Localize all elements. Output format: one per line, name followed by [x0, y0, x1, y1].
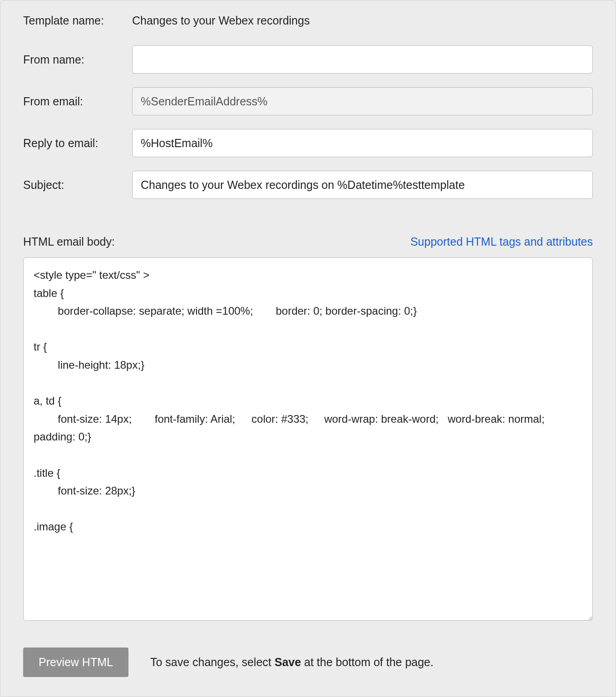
preview-html-button[interactable]: Preview HTML — [23, 648, 128, 677]
supported-tags-link[interactable]: Supported HTML tags and attributes — [410, 235, 593, 248]
html-body-label: HTML email body: — [23, 235, 115, 248]
email-template-form: Template name: Changes to your Webex rec… — [0, 0, 616, 697]
from-name-input[interactable] — [132, 45, 593, 74]
template-name-row: Template name: Changes to your Webex rec… — [23, 14, 593, 27]
subject-label: Subject: — [23, 178, 132, 192]
from-email-label: From email: — [23, 95, 132, 108]
html-body-wrap — [23, 257, 593, 623]
save-hint: To save changes, select Save at the bott… — [150, 656, 434, 669]
template-name-label: Template name: — [23, 14, 132, 27]
html-body-header: HTML email body: Supported HTML tags and… — [23, 235, 593, 248]
subject-row: Subject: — [23, 171, 593, 199]
reply-to-email-row: Reply to email: — [23, 129, 593, 157]
from-name-label: From name: — [23, 53, 132, 66]
save-hint-bold: Save — [275, 656, 301, 668]
template-name-value: Changes to your Webex recordings — [132, 14, 310, 27]
subject-input[interactable] — [132, 171, 593, 199]
save-hint-prefix: To save changes, select — [150, 656, 275, 668]
from-name-row: From name: — [23, 45, 593, 74]
reply-to-email-label: Reply to email: — [23, 137, 132, 150]
footer-row: Preview HTML To save changes, select Sav… — [23, 648, 593, 677]
html-body-textarea[interactable] — [23, 257, 593, 621]
reply-to-email-input[interactable] — [132, 129, 593, 157]
from-email-input[interactable] — [132, 87, 593, 115]
save-hint-suffix: at the bottom of the page. — [301, 656, 434, 668]
from-email-row: From email: — [23, 87, 593, 115]
